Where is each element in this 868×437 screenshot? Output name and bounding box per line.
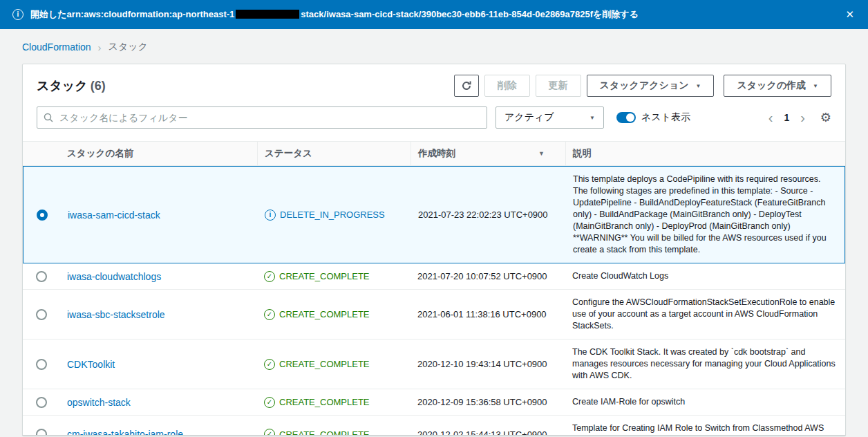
column-header-description: 説明: [565, 142, 845, 165]
radio-column-header: [23, 142, 60, 165]
stack-actions-button[interactable]: スタックアクション ▼: [587, 75, 715, 97]
filter-row: アクティブ ▼ ネスト表示 ‹ 1 › ⚙: [23, 106, 845, 141]
stack-name-link[interactable]: opswitch-stack: [67, 397, 131, 408]
stack-description: Create IAM-Role for opswitch: [565, 389, 845, 415]
status-text: CREATE_COMPLETE: [279, 309, 370, 319]
flash-message: 開始したarn:aws:cloudformation:ap-northeast-…: [30, 8, 837, 21]
toolbar: 削除 更新 スタックアクション ▼ スタックの作成 ▼: [454, 75, 831, 97]
status-text: DELETE_IN_PROGRESS: [280, 210, 385, 220]
breadcrumb-cloudformation[interactable]: CloudFormation: [22, 41, 91, 53]
stacks-table: スタックの名前 ステータス 作成時刻 ▼ 説明 iwasa-sam-cicd-s…: [23, 141, 845, 436]
status-filter-select[interactable]: アクティブ ▼: [496, 106, 604, 129]
row-radio[interactable]: [36, 309, 47, 320]
stack-name-link[interactable]: cm-iwasa-takahito-iam-role: [67, 429, 183, 436]
current-page[interactable]: 1: [784, 112, 789, 123]
breadcrumb: CloudFormation › スタック: [0, 29, 868, 64]
stack-description: Configure the AWSCloudFormationStackSetE…: [565, 290, 845, 339]
table-row: cm-iwasa-takahito-iam-role ✓CREATE_COMPL…: [23, 416, 845, 436]
chevron-down-icon: ▼: [696, 84, 701, 89]
chevron-down-icon: ▼: [589, 115, 595, 121]
status-cell: ✓CREATE_COMPLETE: [257, 391, 411, 413]
check-circle-icon: ✓: [264, 397, 275, 408]
check-circle-icon: ✓: [264, 359, 275, 370]
update-button[interactable]: 更新: [536, 75, 581, 97]
row-radio[interactable]: [36, 429, 47, 436]
row-radio[interactable]: [36, 359, 47, 370]
row-radio[interactable]: [36, 271, 47, 282]
column-header-status: ステータス: [257, 142, 411, 165]
info-icon: i: [265, 210, 276, 221]
status-text: CREATE_COMPLETE: [279, 359, 370, 369]
close-icon[interactable]: ✕: [844, 6, 856, 24]
table-row: iwasa-cloudwatchlogs ✓CREATE_COMPLETE 20…: [23, 263, 845, 290]
stack-name-link[interactable]: iwasa-cloudwatchlogs: [67, 271, 161, 282]
flash-notification-bar: i 開始したarn:aws:cloudformation:ap-northeas…: [0, 0, 868, 29]
stack-name-link[interactable]: CDKToolkit: [67, 359, 115, 370]
status-cell: ✓CREATE_COMPLETE: [257, 304, 411, 326]
table-row: iwasa-sam-cicd-stack iDELETE_IN_PROGRESS…: [23, 166, 845, 263]
refresh-button[interactable]: [454, 75, 479, 97]
gear-icon[interactable]: ⚙: [820, 110, 831, 125]
stack-description: The CDK Toolkit Stack. It was created by…: [565, 340, 845, 389]
create-stack-button[interactable]: スタックの作成 ▼: [724, 75, 831, 97]
delete-button[interactable]: 削除: [484, 75, 530, 97]
sort-descending-icon: ▼: [538, 150, 545, 157]
nested-view-toggle[interactable]: [616, 112, 636, 123]
stack-name-link[interactable]: iwasa-sbc-stacksetrole: [67, 309, 165, 320]
stack-description: This template deploys a CodePipiline wit…: [566, 167, 845, 263]
row-radio[interactable]: [36, 397, 47, 408]
check-circle-icon: ✓: [264, 271, 275, 282]
breadcrumb-separator-icon: ›: [98, 41, 102, 53]
check-circle-icon: ✓: [264, 429, 275, 436]
panel-header: スタック(6) 削除 更新 スタックアクション ▼ スタックの作成 ▼: [23, 64, 845, 106]
search-input[interactable]: [37, 106, 487, 129]
created-time: 2021-06-01 11:38:16 UTC+0900: [411, 304, 565, 325]
created-time: 2020-12-10 19:43:14 UTC+0900: [411, 353, 565, 375]
created-time: 2020-12-09 15:36:58 UTC+0900: [411, 391, 565, 413]
table-row: opswitch-stack ✓CREATE_COMPLETE 2020-12-…: [23, 389, 845, 416]
nested-view-toggle-group: ネスト表示: [616, 111, 690, 124]
table-row: CDKToolkit ✓CREATE_COMPLETE 2020-12-10 1…: [23, 340, 845, 389]
created-time: 2021-07-23 22:02:23 UTC+0900: [411, 204, 566, 225]
stack-description: Create CloudWatch Logs: [565, 263, 845, 289]
info-icon: i: [12, 9, 23, 20]
stack-name-link[interactable]: iwasa-sam-cicd-stack: [68, 210, 160, 221]
stack-description: Template for Creating IAM Role to Switch…: [565, 416, 845, 436]
table-header: スタックの名前 ステータス 作成時刻 ▼ 説明: [23, 141, 845, 166]
column-header-created[interactable]: 作成時刻 ▼: [411, 142, 565, 165]
chevron-left-icon[interactable]: ‹: [768, 111, 773, 124]
table-row: iwasa-sbc-stacksetrole ✓CREATE_COMPLETE …: [23, 290, 845, 340]
page-title: スタック(6): [37, 77, 106, 94]
status-cell: iDELETE_IN_PROGRESS: [258, 204, 411, 226]
created-time: 2020-12-02 15:44:13 UTC+0900: [411, 424, 565, 436]
column-header-name: スタックの名前: [60, 142, 257, 165]
status-cell: ✓CREATE_COMPLETE: [257, 353, 411, 375]
chevron-down-icon: ▼: [813, 84, 818, 89]
search-icon: [44, 113, 53, 122]
check-circle-icon: ✓: [264, 309, 275, 320]
stack-count: (6): [91, 79, 106, 93]
breadcrumb-stacks: スタック: [108, 41, 148, 53]
created-time: 2021-07-20 10:07:52 UTC+0900: [411, 266, 565, 287]
status-cell: ✓CREATE_COMPLETE: [257, 266, 411, 288]
status-text: CREATE_COMPLETE: [279, 429, 370, 436]
search-box: [37, 106, 487, 129]
redacted-account-id: [236, 10, 299, 19]
status-cell: ✓CREATE_COMPLETE: [257, 423, 411, 436]
refresh-icon: [461, 80, 472, 91]
table-utilities: ‹ 1 › ⚙: [768, 110, 831, 125]
row-radio[interactable]: [37, 210, 48, 221]
chevron-right-icon[interactable]: ›: [800, 111, 805, 124]
status-text: CREATE_COMPLETE: [279, 397, 370, 407]
stacks-panel: スタック(6) 削除 更新 スタックアクション ▼ スタックの作成 ▼: [22, 64, 846, 436]
status-text: CREATE_COMPLETE: [279, 271, 370, 281]
nested-view-label: ネスト表示: [641, 111, 690, 124]
pagination: ‹ 1 ›: [768, 111, 805, 124]
